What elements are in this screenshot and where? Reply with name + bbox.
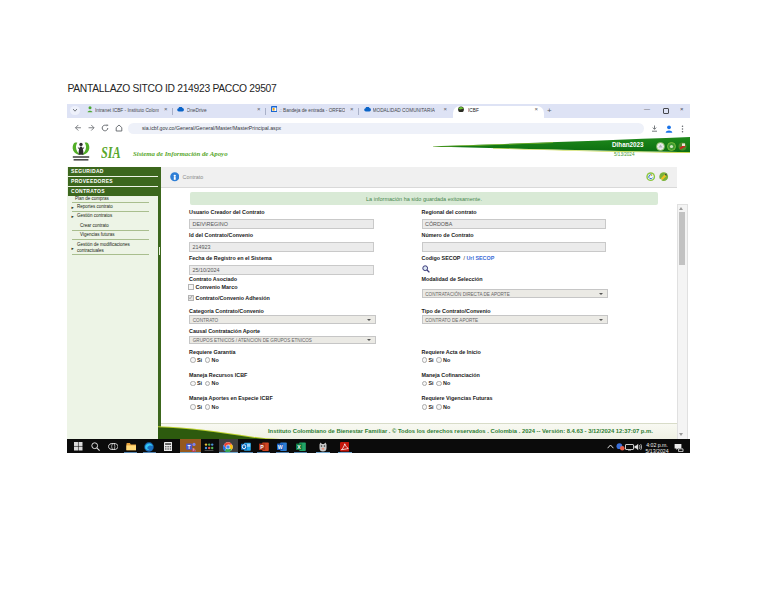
svg-text:T: T	[187, 444, 190, 450]
svg-text:X: X	[297, 444, 301, 450]
svg-text:P: P	[260, 444, 264, 450]
svg-text:W: W	[278, 444, 283, 450]
